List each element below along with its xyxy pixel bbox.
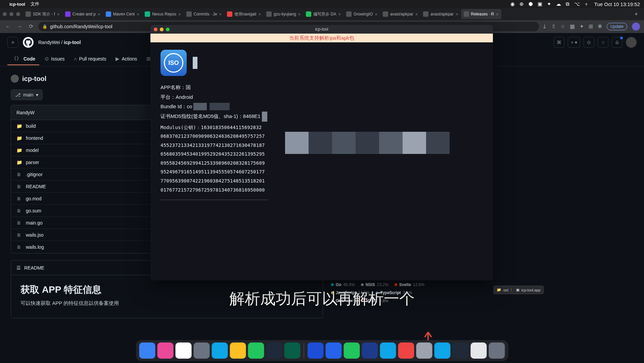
close-tab-icon[interactable]: × xyxy=(137,12,139,17)
zoom-icon[interactable] xyxy=(166,28,170,31)
back-button[interactable]: ← xyxy=(4,24,12,30)
status-icon[interactable]: ◉ xyxy=(510,1,515,7)
dock-app[interactable] xyxy=(471,342,487,359)
browser-tab[interactable]: Nexus Repos× xyxy=(142,9,184,19)
dock-app[interactable] xyxy=(489,342,505,359)
menu-file[interactable]: 文件 xyxy=(31,1,39,7)
close-tab-icon[interactable]: × xyxy=(98,12,100,17)
status-icon[interactable]: ✦ xyxy=(547,1,551,7)
browser-tab[interactable]: GrowingIO× xyxy=(343,9,380,19)
browser-tab[interactable]: SDK 简介 - f× xyxy=(23,9,62,19)
macos-dock xyxy=(136,340,508,361)
create-new-button[interactable]: + ▾ xyxy=(568,37,580,48)
status-icon[interactable]: ▣ xyxy=(538,1,542,7)
forward-button[interactable]: → xyxy=(15,24,24,30)
extension-icon[interactable]: ▦ xyxy=(570,23,575,30)
status-icon[interactable]: ☁ xyxy=(556,1,561,7)
tab-code[interactable]: 〈〉Code xyxy=(7,53,39,65)
repo-name-link[interactable]: icp-tool xyxy=(64,40,81,45)
tab-issues[interactable]: ⊙Issues xyxy=(41,53,68,65)
dock-app[interactable] xyxy=(176,342,192,359)
video-subtitle: 解析成功后可以再解析一个 xyxy=(229,288,415,309)
dock-app[interactable] xyxy=(434,342,451,359)
menubar-app-name[interactable]: icp-tool xyxy=(9,2,25,7)
dock-app[interactable] xyxy=(380,342,396,359)
notifications-icon[interactable]: 🕭 xyxy=(612,37,623,48)
new-tab-button[interactable]: + xyxy=(631,11,641,18)
file-icon: 🗎 xyxy=(16,184,22,189)
browser-tab[interactable]: 编写异步 DA× xyxy=(303,9,343,19)
repo-owner-link[interactable]: RandyWei xyxy=(38,40,60,45)
browser-tab[interactable]: Create and p× xyxy=(62,9,103,19)
profile-avatar[interactable] xyxy=(632,23,640,31)
issues-icon[interactable]: ⊙ xyxy=(584,37,594,48)
dock-app[interactable] xyxy=(326,342,342,359)
browser-tab[interactable]: avast/apkpar× xyxy=(420,9,461,19)
close-tab-icon[interactable]: × xyxy=(338,12,341,17)
browser-tab[interactable]: Commits · Je× xyxy=(184,9,225,19)
close-tab-icon[interactable]: × xyxy=(57,12,60,17)
pull-requests-icon[interactable]: ⑃ xyxy=(598,37,608,48)
close-tab-icon[interactable]: × xyxy=(178,12,181,17)
browser-tab[interactable]: avast/apkpar× xyxy=(380,9,420,19)
close-tab-icon[interactable]: × xyxy=(496,12,499,17)
close-tab-icon[interactable]: × xyxy=(298,12,301,17)
dock-app[interactable] xyxy=(344,342,360,359)
wifi-icon[interactable]: ᯤ xyxy=(585,1,590,7)
status-icon[interactable]: ⧉ xyxy=(566,1,569,7)
share-icon[interactable]: ⇧ xyxy=(551,23,556,30)
language-item[interactable]: Svelte12.8% xyxy=(395,282,424,287)
browser-tab[interactable]: Maven Cent× xyxy=(103,9,142,19)
dock-app[interactable] xyxy=(139,342,155,359)
tab-pull-requests[interactable]: ⑃Pull requests xyxy=(70,53,110,65)
branch-select[interactable]: ⎇ main ▾ xyxy=(11,89,43,100)
hamburger-menu[interactable]: ≡ xyxy=(7,37,18,48)
window-traffic-lights[interactable] xyxy=(3,12,20,16)
close-tab-icon[interactable]: × xyxy=(219,12,222,17)
owner-avatar[interactable] xyxy=(11,75,19,83)
dock-app[interactable] xyxy=(308,342,324,359)
close-icon[interactable] xyxy=(154,28,157,31)
install-icon[interactable]: ⤓ xyxy=(542,23,547,30)
dock-app[interactable] xyxy=(230,342,246,359)
file-icon: 🗎 xyxy=(16,220,22,226)
tab-actions[interactable]: ▶Actions xyxy=(111,53,141,65)
dock-app[interactable] xyxy=(212,342,228,359)
status-icon[interactable]: ⊕ xyxy=(519,1,524,7)
github-logo[interactable] xyxy=(23,37,34,48)
close-tab-icon[interactable]: × xyxy=(456,12,458,17)
menubar-time[interactable]: Tue Oct 10 13:19:52 xyxy=(594,1,640,7)
extensions-menu-icon[interactable]: ⊞ xyxy=(589,23,593,30)
browser-tab[interactable]: Releases · R× xyxy=(461,9,501,19)
language-item[interactable]: NSIS23.2% xyxy=(361,282,388,287)
macos-menubar: icp-tool 文件 ◉ ⊕ ⬢ ▣ ✦ ☁ ⧉ ⌥ ᯤ Tue Oct 10… xyxy=(0,0,644,8)
extension-icon[interactable]: ✦ xyxy=(580,23,584,30)
browser-tab[interactable]: gzu-liyujiang× xyxy=(264,9,303,19)
user-avatar[interactable] xyxy=(626,37,637,48)
dock-app[interactable] xyxy=(362,342,378,359)
dock-app[interactable] xyxy=(266,342,282,359)
dock-app[interactable] xyxy=(416,342,432,359)
close-tab-icon[interactable]: × xyxy=(415,12,418,17)
browser-tab[interactable]: 使用navigati× xyxy=(224,9,264,19)
readme-tab[interactable]: README xyxy=(24,265,44,271)
minimize-icon[interactable] xyxy=(160,28,164,31)
language-item[interactable]: Go46.9% xyxy=(331,282,355,287)
command-palette-button[interactable]: ⌘ xyxy=(554,37,564,48)
dock-app[interactable] xyxy=(284,342,301,359)
dock-app[interactable] xyxy=(157,342,174,359)
dock-app[interactable] xyxy=(453,342,469,359)
browser-update-button[interactable]: Update xyxy=(607,23,627,30)
close-tab-icon[interactable]: × xyxy=(259,12,261,17)
close-tab-icon[interactable]: × xyxy=(375,12,377,17)
extension-icon[interactable]: ❋ xyxy=(598,23,602,30)
dock-app[interactable] xyxy=(398,342,414,359)
status-icon[interactable]: ⌥ xyxy=(574,1,580,7)
status-icon[interactable]: ⬢ xyxy=(528,1,533,7)
dock-app[interactable] xyxy=(248,342,264,359)
dock-app[interactable] xyxy=(194,342,210,359)
bookmark-icon[interactable]: ☆ xyxy=(560,23,565,30)
lock-icon: 🔒 xyxy=(42,24,47,29)
app-titlebar[interactable]: icp-tool xyxy=(150,25,493,34)
reload-button[interactable]: ⟳ xyxy=(27,23,35,30)
